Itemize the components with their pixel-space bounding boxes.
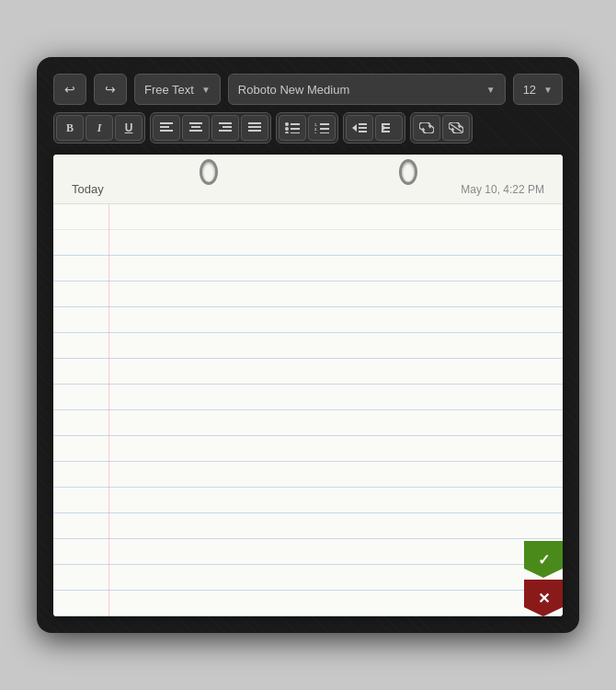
svg-text:3.: 3. [314,132,317,133]
svg-rect-5 [189,130,202,132]
notepad-header: Today May 10, 4:22 PM [53,155,563,204]
notepad-line [53,565,563,591]
align-right-button[interactable] [211,115,239,141]
align-center-icon [189,122,202,133]
add-link-button[interactable] [413,115,440,141]
remove-link-button[interactable] [442,115,470,141]
svg-rect-31 [382,131,390,132]
align-justify-icon [248,122,261,133]
notepad-line [53,282,563,307]
toolbar-row2: B I U [53,112,563,144]
app-container: ↩ ↪ Free Text ▼ Roboto New Medium ▼ 12 ▼… [37,57,579,633]
bullet-list-icon [285,122,300,133]
notepad-line [53,204,563,230]
svg-rect-9 [248,122,261,124]
notepad-line [53,256,563,282]
notepad-line [53,307,563,333]
notepad-line [53,591,563,616]
check-icon: ✓ [538,551,550,569]
font-dropdown[interactable]: Roboto New Medium ▼ [228,74,506,105]
svg-marker-24 [352,124,357,132]
svg-point-14 [285,127,289,131]
notepad-line [53,436,563,462]
list-group: 1. 2. 3. [276,112,338,144]
redo-button[interactable]: ↪ [94,74,127,105]
add-link-icon [419,122,434,133]
indent-increase-button[interactable] [375,115,403,141]
svg-rect-10 [248,126,261,128]
notepad-line [53,359,563,385]
align-right-icon [219,122,232,133]
svg-rect-2 [160,130,173,132]
svg-rect-15 [291,128,300,130]
toolbar-row1: ↩ ↪ Free Text ▼ Roboto New Medium ▼ 12 ▼ [53,74,563,105]
svg-rect-30 [382,127,390,129]
notepad-line [53,462,563,488]
svg-rect-27 [359,131,367,132]
ribbon-container: ✓ ✕ [524,541,563,616]
svg-rect-8 [219,130,232,132]
svg-rect-23 [320,132,329,133]
undo-button[interactable]: ↩ [53,74,86,105]
svg-rect-7 [222,126,232,128]
svg-rect-29 [382,123,390,125]
svg-rect-0 [160,122,173,124]
bullet-list-button[interactable] [279,115,306,141]
notepad-line [53,539,563,565]
notepad-line [53,385,563,410]
notepad-line [53,333,563,359]
font-dropdown-value: Roboto New Medium [238,83,479,97]
svg-rect-25 [359,123,367,125]
notepad-line [53,513,563,539]
notepad-date-label: Today [72,182,104,196]
svg-rect-6 [219,122,232,124]
align-left-button[interactable] [153,115,180,141]
style-dropdown-value: Free Text [144,83,194,97]
indent-group [343,112,405,144]
italic-button[interactable]: I [86,115,113,141]
style-dropdown-arrow: ▼ [201,85,211,95]
link-group [410,112,473,144]
svg-point-16 [285,132,289,133]
svg-rect-13 [291,123,300,125]
number-list-button[interactable]: 1. 2. 3. [308,115,336,141]
notepad-timestamp: May 10, 4:22 PM [461,183,544,196]
svg-rect-26 [359,127,367,129]
size-dropdown-value: 12 [523,83,536,97]
font-dropdown-arrow: ▼ [486,85,496,95]
align-justify-button[interactable] [241,115,268,141]
cancel-button[interactable]: ✕ [524,580,563,616]
svg-rect-21 [320,128,329,130]
svg-point-12 [285,122,289,126]
text-format-group: B I U [53,112,145,144]
notepad-line [53,410,563,436]
cross-icon: ✕ [538,590,550,607]
notepad-line [53,488,563,513]
indent-increase-icon [382,122,396,133]
notepad: Today May 10, 4:22 PM ✓ [53,155,563,616]
align-center-button[interactable] [182,115,210,141]
svg-rect-11 [248,130,261,132]
svg-rect-3 [189,122,202,124]
underline-button[interactable]: U [115,115,143,141]
number-list-icon: 1. 2. 3. [314,122,329,133]
svg-rect-4 [191,126,200,128]
remove-link-icon [449,122,463,133]
size-dropdown[interactable]: 12 ▼ [513,74,563,105]
confirm-button[interactable]: ✓ [524,541,563,578]
style-dropdown[interactable]: Free Text ▼ [134,74,221,105]
notepad-line [53,230,563,256]
svg-rect-17 [291,132,300,133]
svg-rect-19 [320,123,329,125]
indent-decrease-button[interactable] [346,115,373,141]
indent-decrease-icon [352,122,367,133]
align-left-icon [160,122,173,133]
notepad-content[interactable] [53,204,563,616]
bold-button[interactable]: B [56,115,84,141]
svg-rect-1 [160,126,169,128]
alignment-group [150,112,271,144]
size-dropdown-arrow: ▼ [543,85,553,95]
